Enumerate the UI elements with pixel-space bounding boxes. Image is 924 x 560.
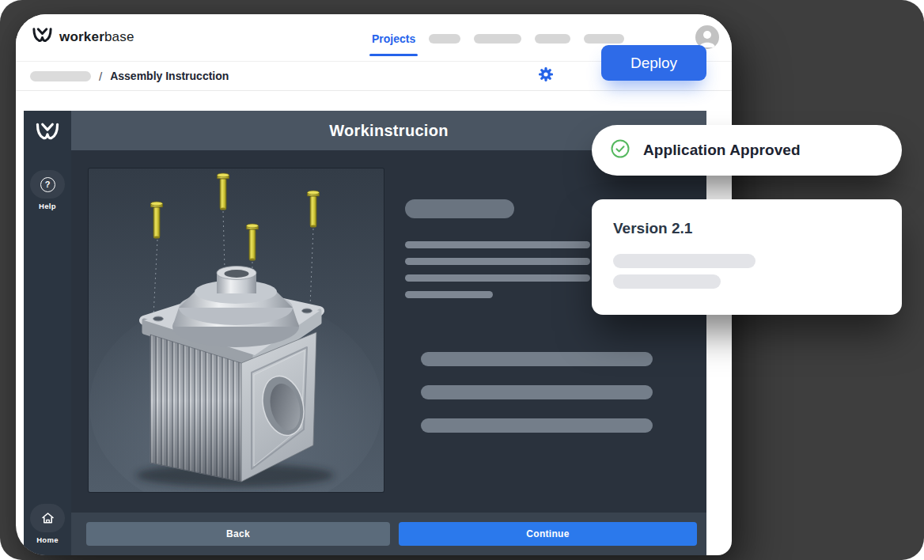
check-circle-icon — [611, 139, 630, 161]
tab-projects[interactable]: Projects — [372, 32, 415, 45]
brand: workerbase — [32, 26, 134, 48]
skeleton-text-line — [405, 291, 493, 298]
app-sidebar: ? Help Home — [24, 111, 71, 555]
nav-placeholder-tab[interactable] — [584, 34, 624, 44]
back-button[interactable]: Back — [86, 522, 390, 546]
app-title: Workinstrucion — [329, 122, 449, 140]
page-background: workerbase Projects / Assembly Instrucct… — [0, 0, 924, 560]
brand-name: workerbase — [59, 29, 134, 45]
sidebar-item-help[interactable]: ? Help — [30, 170, 65, 210]
approval-toast: Application Approved — [592, 125, 902, 176]
skeleton-text-line — [405, 258, 590, 265]
breadcrumb-current: Assembly Instrucction — [110, 70, 229, 82]
skeleton-text-line — [405, 241, 590, 248]
workerbase-logo-icon — [32, 26, 53, 48]
app-footer: Back Continue — [71, 513, 706, 555]
nav-placeholder-tab[interactable] — [474, 34, 521, 44]
workerbase-logo-white-icon — [35, 121, 60, 146]
skeleton-text-line — [405, 274, 590, 282]
sidebar-item-home[interactable]: Home — [24, 504, 71, 544]
home-label: Home — [36, 535, 59, 544]
version-title: Version 2.1 — [613, 220, 902, 237]
skeleton-option-bar — [421, 352, 653, 366]
question-circle-icon: ? — [30, 170, 65, 199]
deploy-button[interactable]: Deploy — [601, 45, 706, 81]
help-label: Help — [39, 202, 56, 210]
continue-button[interactable]: Continue — [399, 522, 697, 546]
skeleton-option-bar — [421, 418, 653, 433]
gear-icon[interactable] — [538, 66, 554, 82]
nav-placeholder-tab[interactable] — [429, 34, 460, 44]
assembly-3d-viewer[interactable] — [89, 168, 384, 492]
skeleton-text-line — [613, 274, 721, 289]
main-nav: Projects — [372, 32, 624, 46]
breadcrumb-placeholder[interactable] — [30, 71, 91, 81]
breadcrumb-separator: / — [99, 70, 102, 83]
approval-text: Application Approved — [643, 142, 801, 159]
skeleton-heading — [405, 199, 514, 218]
skeleton-option-bar — [421, 385, 653, 399]
version-card: Version 2.1 — [592, 199, 902, 315]
nav-placeholder-tab[interactable] — [535, 34, 570, 44]
house-icon — [30, 504, 65, 532]
skeleton-text-line — [613, 254, 755, 268]
app-main: Workinstrucion — [71, 111, 706, 555]
app-panel: ? Help Home Workinstrucio — [24, 111, 706, 555]
